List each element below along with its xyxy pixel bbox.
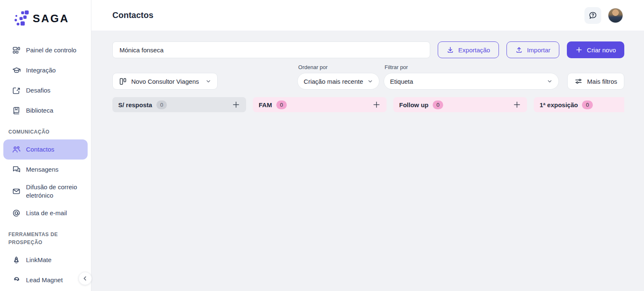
magnet-icon	[12, 276, 21, 285]
column-count-badge: 0	[156, 100, 167, 109]
add-card-button[interactable]	[511, 99, 523, 111]
sidebar-item-label: LinkMate	[26, 256, 52, 264]
sidebar-item-label: Contactos	[26, 145, 55, 154]
more-filters-button[interactable]: Mais filtros	[567, 73, 624, 90]
sidebar-item-biblioteca[interactable]: Biblioteca	[3, 100, 88, 121]
main-area: Contactos	[91, 0, 644, 291]
sidebar-item-lista-email[interactable]: Lista de e-mail	[3, 203, 88, 223]
sidebar-item-label: Lead Magnet	[26, 276, 63, 284]
sidebar-item-label: Mensagens	[26, 165, 59, 174]
at-icon	[12, 209, 21, 218]
column-name: 1ª exposição	[540, 101, 578, 108]
board-select[interactable]: Novo Consultor Viagens	[112, 73, 218, 90]
column-header-fam: FAM 0	[253, 97, 387, 112]
chat-question-icon	[588, 11, 597, 20]
upload-icon	[515, 46, 523, 54]
board-select-value: Novo Consultor Viagens	[131, 78, 199, 85]
column-count-badge: 0	[276, 100, 287, 109]
chevron-down-icon	[367, 78, 373, 84]
sidebar-item-label: Difusão de correio eletrónico	[26, 183, 79, 200]
sidebar-collapse-button[interactable]	[78, 272, 92, 285]
sidebar-item-label: Painel de controlo	[26, 46, 76, 54]
page-header: Contactos	[91, 0, 644, 31]
column-header-follow-up: Follow up 0	[393, 97, 527, 112]
export-button-label: Exportação	[458, 46, 490, 54]
filter-group: Filtrar por Etiqueta	[384, 64, 559, 90]
column-header-primeira-exposicao: 1ª exposição 0	[534, 97, 624, 112]
sort-select[interactable]: Criação mais recente	[297, 73, 379, 90]
sidebar-item-label: Lista de e-mail	[26, 209, 67, 217]
create-new-button-label: Criar novo	[587, 46, 616, 54]
column-name: S/ resposta	[118, 101, 152, 108]
add-card-button[interactable]	[371, 99, 382, 111]
edit-icon	[12, 86, 21, 95]
column-header-s-resposta: S/ resposta 0	[112, 97, 246, 112]
sidebar-section-comunicacao: COMUNICAÇÃO	[8, 128, 83, 136]
sidebar-section-ferramentas: FERRAMENTAS DE PROSPEÇÃO	[8, 231, 83, 247]
column-count-badge: 0	[582, 100, 592, 109]
export-button[interactable]: Exportação	[438, 41, 499, 58]
content-area: Exportação Importar Criar novo	[91, 31, 644, 291]
column-name: FAM	[259, 101, 272, 108]
chevron-left-icon	[83, 276, 88, 281]
help-button[interactable]	[584, 7, 601, 24]
sidebar: SAGA Painel de controlo Integração	[0, 0, 91, 291]
search-input[interactable]	[112, 41, 430, 58]
filter-select[interactable]: Etiqueta	[384, 73, 559, 90]
dashboard-icon	[12, 46, 21, 55]
column-count-badge: 0	[433, 100, 443, 109]
sidebar-item-integracao[interactable]: Integração	[3, 60, 88, 80]
users-icon	[12, 145, 21, 154]
app-logo-text: SAGA	[33, 12, 69, 25]
sort-label: Ordenar por	[298, 64, 379, 70]
filter-label: Filtrar por	[384, 64, 559, 70]
saga-logo-icon	[14, 10, 29, 27]
plus-icon	[575, 46, 583, 54]
sidebar-item-painel-de-controlo[interactable]: Painel de controlo	[3, 40, 88, 60]
add-card-button[interactable]	[230, 99, 242, 111]
sidebar-nav: Painel de controlo Integração Desafios	[0, 40, 91, 290]
import-button[interactable]: Importar	[506, 41, 559, 58]
chat-icon	[12, 165, 21, 174]
sidebar-item-linkmate[interactable]: LinkMate	[3, 250, 88, 270]
filter-select-value: Etiqueta	[390, 78, 413, 85]
rocket-icon	[12, 255, 21, 265]
sliders-icon	[574, 77, 583, 85]
sidebar-item-mensagens[interactable]: Mensagens	[3, 160, 88, 180]
chevron-down-icon	[205, 78, 211, 84]
book-icon	[12, 106, 21, 115]
download-icon	[447, 46, 454, 54]
import-button-label: Importar	[527, 46, 551, 54]
user-avatar[interactable]	[608, 8, 623, 23]
kanban-board: S/ resposta 0 FAM 0 Follow up 0	[112, 97, 624, 112]
sidebar-item-label: Integração	[26, 66, 56, 75]
sidebar-item-difusao-email[interactable]: Difusão de correio eletrónico	[3, 180, 88, 203]
sidebar-item-label: Desafios	[26, 86, 50, 95]
sidebar-item-desafios[interactable]: Desafios	[3, 80, 88, 100]
toolbar-row: Exportação Importar Criar novo	[112, 41, 624, 58]
sidebar-item-lead-magnet[interactable]: Lead Magnet	[3, 270, 88, 290]
sidebar-item-contactos[interactable]: Contactos	[3, 139, 88, 160]
create-new-button[interactable]: Criar novo	[567, 41, 624, 58]
sidebar-item-label: Biblioteca	[26, 106, 53, 115]
sort-group: Ordenar por Criação mais recente	[297, 64, 379, 90]
filter-row: Novo Consultor Viagens Ordenar por Criaç…	[112, 64, 624, 90]
chevron-down-icon	[547, 78, 553, 84]
more-filters-label: Mais filtros	[587, 78, 617, 85]
column-name: Follow up	[399, 101, 428, 108]
sort-select-value: Criação mais recente	[304, 78, 363, 85]
page-title: Contactos	[112, 10, 153, 20]
kanban-icon	[119, 77, 127, 85]
mail-icon	[12, 187, 21, 196]
app-logo: SAGA	[0, 0, 91, 27]
graduation-cap-icon	[12, 66, 21, 75]
